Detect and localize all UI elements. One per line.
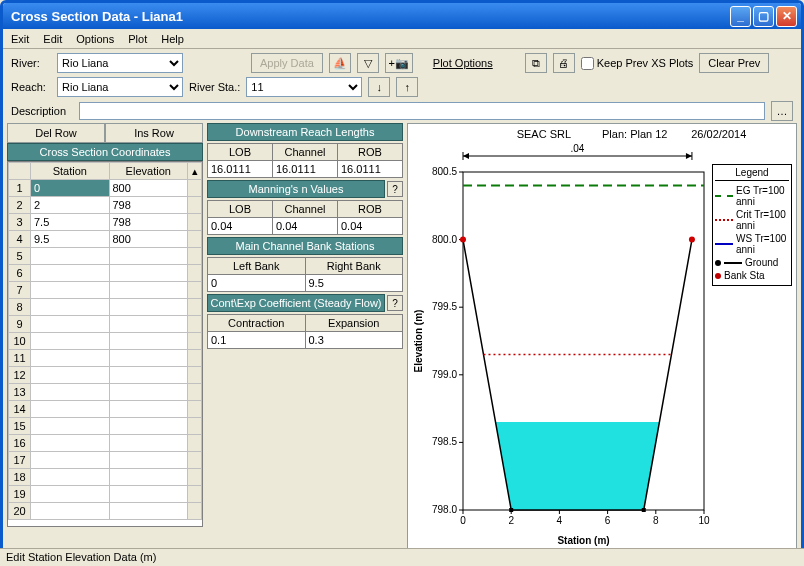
elevation-cell[interactable]: [109, 469, 188, 486]
station-cell[interactable]: [31, 350, 110, 367]
close-button[interactable]: ✕: [776, 6, 797, 27]
elevation-cell[interactable]: [109, 350, 188, 367]
svg-text:0: 0: [460, 515, 466, 526]
description-input[interactable]: [79, 102, 765, 120]
row-number: 5: [9, 248, 31, 265]
station-cell[interactable]: [31, 503, 110, 520]
station-cell[interactable]: 0: [31, 180, 110, 197]
station-cell[interactable]: [31, 265, 110, 282]
menu-exit[interactable]: Exit: [11, 33, 29, 45]
coeff-table[interactable]: Contraction Expansion 0.1 0.3: [207, 314, 403, 349]
elevation-cell[interactable]: [109, 248, 188, 265]
elevation-cell[interactable]: [109, 282, 188, 299]
station-cell[interactable]: [31, 316, 110, 333]
svg-text:10: 10: [698, 515, 710, 526]
downstream-table[interactable]: LOB Channel ROB 16.0111 16.0111 16.0111: [207, 143, 403, 178]
station-cell[interactable]: [31, 282, 110, 299]
elevation-cell[interactable]: [109, 384, 188, 401]
boat-icon[interactable]: ⛵: [329, 53, 351, 73]
del-row-button[interactable]: Del Row: [7, 123, 105, 143]
elevation-cell[interactable]: [109, 367, 188, 384]
elevation-cell[interactable]: 798: [109, 197, 188, 214]
ins-row-button[interactable]: Ins Row: [105, 123, 203, 143]
row-number: 13: [9, 384, 31, 401]
control-row-2: Reach: Rio Liana River Sta.: 11 ↓ ↑: [3, 75, 801, 99]
bank-table[interactable]: Left Bank Right Bank 0 9.5: [207, 257, 403, 292]
row-number: 18: [9, 469, 31, 486]
coeff-help-icon[interactable]: ?: [387, 295, 403, 311]
svg-rect-33: [642, 508, 646, 512]
elevation-cell[interactable]: [109, 435, 188, 452]
elevation-cell[interactable]: 800: [109, 231, 188, 248]
svg-marker-43: [686, 153, 692, 159]
station-cell[interactable]: [31, 435, 110, 452]
window-title: Cross Section Data - Liana1: [11, 9, 730, 24]
menu-plot[interactable]: Plot: [128, 33, 147, 45]
station-cell[interactable]: [31, 401, 110, 418]
station-cell[interactable]: 2: [31, 197, 110, 214]
station-cell[interactable]: [31, 299, 110, 316]
elevation-cell[interactable]: [109, 418, 188, 435]
arrow-down-button[interactable]: ↓: [368, 77, 390, 97]
elevation-cell[interactable]: 800: [109, 180, 188, 197]
station-cell[interactable]: 7.5: [31, 214, 110, 231]
legend-item: EG Tr=100 anni: [715, 185, 789, 207]
apply-data-button[interactable]: Apply Data: [251, 53, 323, 73]
station-cell[interactable]: [31, 469, 110, 486]
station-cell[interactable]: [31, 384, 110, 401]
row-number: 3: [9, 214, 31, 231]
print-icon[interactable]: 🖨: [553, 53, 575, 73]
description-more-icon[interactable]: …: [771, 101, 793, 121]
elevation-cell[interactable]: [109, 503, 188, 520]
minimize-button[interactable]: _: [730, 6, 751, 27]
station-cell[interactable]: [31, 333, 110, 350]
svg-text:798.5: 798.5: [432, 436, 457, 447]
maximize-button[interactable]: ▢: [753, 6, 774, 27]
elevation-cell[interactable]: [109, 299, 188, 316]
row-number: 6: [9, 265, 31, 282]
row-number: 20: [9, 503, 31, 520]
plus-camera-icon[interactable]: +📷: [385, 53, 413, 73]
clear-prev-button[interactable]: Clear Prev: [699, 53, 769, 73]
row-number: 17: [9, 452, 31, 469]
station-cell[interactable]: [31, 486, 110, 503]
river-sta-label: River Sta.:: [189, 81, 240, 93]
menu-edit[interactable]: Edit: [43, 33, 62, 45]
row-number: 19: [9, 486, 31, 503]
river-sta-combo[interactable]: 11: [246, 77, 362, 97]
svg-text:Elevation (m): Elevation (m): [413, 310, 424, 373]
menu-help[interactable]: Help: [161, 33, 184, 45]
station-cell[interactable]: [31, 367, 110, 384]
station-cell[interactable]: [31, 452, 110, 469]
down-icon[interactable]: ▽: [357, 53, 379, 73]
elevation-cell[interactable]: [109, 486, 188, 503]
elevation-cell[interactable]: [109, 401, 188, 418]
elevation-cell[interactable]: [109, 265, 188, 282]
station-cell[interactable]: [31, 418, 110, 435]
copy-icon[interactable]: ⧉: [525, 53, 547, 73]
coord-table[interactable]: Station Elevation ▴ 108002279837.579849.…: [8, 162, 202, 520]
reach-combo[interactable]: Rio Liana: [57, 77, 183, 97]
station-cell[interactable]: [31, 248, 110, 265]
elevation-cell[interactable]: [109, 333, 188, 350]
keep-prev-check[interactable]: [581, 57, 594, 70]
menu-options[interactable]: Options: [76, 33, 114, 45]
arrow-up-button[interactable]: ↑: [396, 77, 418, 97]
manning-help-icon[interactable]: ?: [387, 181, 403, 197]
river-combo[interactable]: Rio Liana: [57, 53, 183, 73]
station-cell[interactable]: 9.5: [31, 231, 110, 248]
svg-text:26/02/2014: 26/02/2014: [691, 128, 746, 140]
keep-prev-checkbox[interactable]: Keep Prev XS Plots: [581, 57, 694, 70]
downstream-head: Downstream Reach Lengths: [207, 123, 403, 141]
legend-item: Crit Tr=100 anni: [715, 209, 789, 231]
middle-column: Downstream Reach Lengths LOB Channel ROB…: [207, 123, 403, 551]
manning-table[interactable]: LOB Channel ROB 0.04 0.04 0.04: [207, 200, 403, 235]
elevation-cell[interactable]: [109, 452, 188, 469]
coeff-head: Cont\Exp Coefficient (Steady Flow): [207, 294, 385, 312]
elevation-cell[interactable]: 798: [109, 214, 188, 231]
svg-text:799.5: 799.5: [432, 301, 457, 312]
elevation-cell[interactable]: [109, 316, 188, 333]
row-number: 14: [9, 401, 31, 418]
plot-options-link[interactable]: Plot Options: [433, 57, 493, 69]
svg-rect-32: [509, 508, 513, 512]
